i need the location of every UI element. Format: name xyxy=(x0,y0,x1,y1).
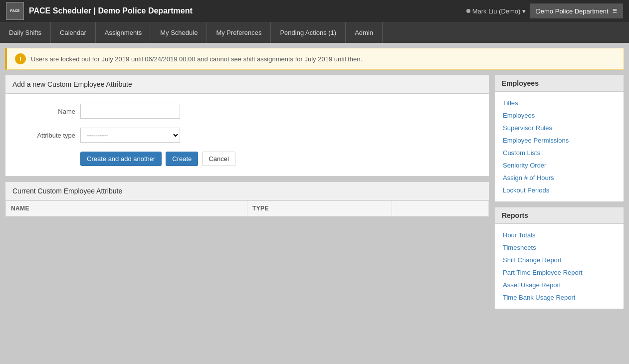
hamburger-icon: ≡ xyxy=(613,6,617,15)
alert-message: Users are locked out for July 2019 until… xyxy=(31,55,362,63)
app-title: PACE Scheduler | Demo Police Department xyxy=(29,6,193,15)
col-actions xyxy=(392,201,489,216)
create-button[interactable]: Create xyxy=(166,152,198,166)
nav-pending-actions[interactable]: Pending Actions (1) xyxy=(271,22,346,43)
attribute-table: NAME TYPE xyxy=(5,200,489,216)
reports-section-title: Reports xyxy=(495,207,624,224)
name-field-row: Name xyxy=(15,104,479,119)
user-name: Mark Liu (Demo) xyxy=(472,7,521,15)
main-nav: Daily Shifts Calendar Assignments My Sch… xyxy=(0,22,629,43)
sidebar-link-employees[interactable]: Custom Lists xyxy=(495,147,624,159)
nav-my-schedule[interactable]: My Schedule xyxy=(151,22,207,43)
department-button[interactable]: Demo Police Department ≡ xyxy=(530,3,623,18)
sidebar-link-employees[interactable]: Seniority Order xyxy=(495,159,624,172)
reports-sidebar-card: Reports Hour TotalsTimesheetsShift Chang… xyxy=(494,207,624,309)
reports-links: Hour TotalsTimesheetsShift Change Report… xyxy=(495,224,624,309)
sidebar-link-reports[interactable]: Asset Usage Report xyxy=(495,279,624,291)
add-attribute-card-title: Add a new Custom Employee Attribute xyxy=(5,75,489,94)
col-type: TYPE xyxy=(247,201,392,216)
nav-assignments[interactable]: Assignments xyxy=(96,22,151,43)
sidebar-link-employees[interactable]: Lockout Periods xyxy=(495,184,624,196)
user-status-dot xyxy=(466,9,470,13)
sidebar-link-reports[interactable]: Timesheets xyxy=(495,241,624,254)
employees-sidebar-card: Employees TitlesEmployeesSupervisor Rule… xyxy=(494,75,624,202)
attribute-type-select[interactable]: ---------- Text Number Date Boolean xyxy=(80,128,180,143)
attribute-type-label: Attribute type xyxy=(15,132,75,139)
user-info[interactable]: Mark Liu (Demo) ▾ xyxy=(466,7,526,15)
sidebar-link-reports[interactable]: Shift Change Report xyxy=(495,254,624,266)
nav-admin[interactable]: Admin xyxy=(346,22,383,43)
current-attribute-card: Current Custom Employee Attribute NAME T… xyxy=(5,182,489,217)
sidebar-link-employees[interactable]: Employee Permissions xyxy=(495,134,624,147)
table-header-row: NAME TYPE xyxy=(6,201,489,216)
sidebar-link-employees[interactable]: Titles xyxy=(495,97,624,109)
employees-links: TitlesEmployeesSupervisor RulesEmployee … xyxy=(495,92,624,201)
user-dropdown-icon[interactable]: ▾ xyxy=(522,7,526,15)
sidebar-link-employees[interactable]: Employees xyxy=(495,109,624,122)
add-attribute-card: Add a new Custom Employee Attribute Name… xyxy=(5,75,489,177)
department-name: Demo Police Department xyxy=(536,7,608,15)
sidebar-link-reports[interactable]: Hour Totals xyxy=(495,229,624,241)
sidebar-link-employees[interactable]: Supervisor Rules xyxy=(495,122,624,134)
pace-logo: PACE xyxy=(6,2,24,20)
sidebar: Employees TitlesEmployeesSupervisor Rule… xyxy=(494,75,624,364)
current-attribute-title: Current Custom Employee Attribute xyxy=(5,182,489,200)
name-label: Name xyxy=(15,108,75,115)
sidebar-link-reports[interactable]: Time Bank Usage Report xyxy=(495,291,624,304)
create-and-add-button[interactable]: Create and add another xyxy=(80,152,162,166)
form-actions: Create and add another Create Cancel xyxy=(15,152,479,166)
alert-banner: ! Users are locked out for July 2019 unt… xyxy=(5,48,624,70)
cancel-button[interactable]: Cancel xyxy=(202,152,235,166)
employees-section-title: Employees xyxy=(495,75,624,92)
nav-my-preferences[interactable]: My Preferences xyxy=(207,22,271,43)
sidebar-link-employees[interactable]: Assign # of Hours xyxy=(495,172,624,184)
col-name: NAME xyxy=(6,201,247,216)
name-input[interactable] xyxy=(80,104,180,119)
attribute-type-row: Attribute type ---------- Text Number Da… xyxy=(15,128,479,143)
nav-calendar[interactable]: Calendar xyxy=(51,22,96,43)
alert-icon: ! xyxy=(15,53,26,64)
nav-daily-shifts[interactable]: Daily Shifts xyxy=(0,22,51,43)
sidebar-link-reports[interactable]: Part Time Employee Report xyxy=(495,266,624,279)
